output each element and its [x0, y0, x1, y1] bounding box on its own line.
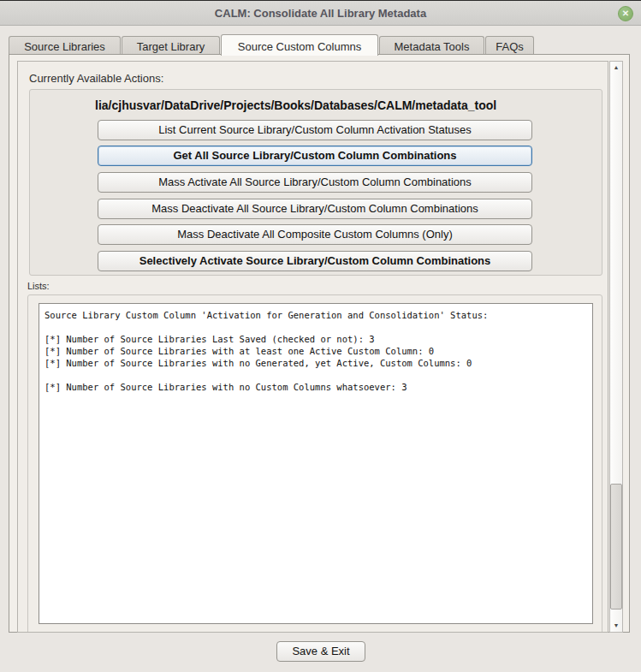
- tab-faqs[interactable]: FAQs: [485, 36, 534, 55]
- scrollbar-thumb[interactable]: [610, 484, 622, 610]
- actions-frame-label: Currently Available Actions:: [29, 72, 163, 85]
- tab-bar: Source Libraries Target Library Source C…: [9, 34, 632, 55]
- down-arrow-icon: ▼: [614, 622, 620, 628]
- close-icon: ✕: [622, 9, 629, 18]
- notebook-page: Currently Available Actions: lia/cjhusva…: [9, 54, 630, 633]
- tab-source-libraries[interactable]: Source Libraries: [9, 36, 121, 55]
- get-all-combinations-button[interactable]: Get All Source Library/Custom Column Com…: [98, 146, 532, 166]
- lists-frame: Source Library Custom Column 'Activation…: [27, 294, 602, 633]
- mass-deactivate-combinations-button[interactable]: Mass Deactivate All Source Library/Custo…: [98, 199, 532, 219]
- vertical-scrollbar[interactable]: ▲ ▼: [609, 61, 623, 633]
- scroll-up-button[interactable]: ▲: [610, 62, 622, 74]
- tab-source-custom-columns[interactable]: Source Custom Columns: [221, 34, 378, 56]
- mass-activate-combinations-button[interactable]: Mass Activate All Source Library/Custom …: [98, 172, 532, 193]
- lists-output-textview[interactable]: Source Library Custom Column 'Activation…: [39, 303, 593, 624]
- mass-deactivate-composite-button[interactable]: Mass Deactivate All Composite Custom Col…: [98, 224, 532, 245]
- content-viewport: Currently Available Actions: lia/cjhusva…: [17, 61, 608, 633]
- list-activation-statuses-button[interactable]: List Current Source Library/Custom Colum…: [98, 120, 532, 140]
- lists-frame-label: Lists:: [27, 281, 50, 291]
- up-arrow-icon: ▲: [614, 64, 620, 70]
- tab-metadata-tools[interactable]: Metadata Tools: [379, 36, 484, 55]
- library-path-label: lia/cjhusvar/DataDrive/Projects/Books/Da…: [95, 97, 537, 115]
- tab-target-library[interactable]: Target Library: [122, 36, 220, 55]
- actions-frame: lia/cjhusvar/DataDrive/Projects/Books/Da…: [29, 89, 602, 276]
- scroll-down-button[interactable]: ▼: [610, 620, 622, 632]
- window-title: CALM: Consolidate All Library Metadata: [0, 1, 641, 26]
- selectively-activate-button[interactable]: Selectively Activate Source Library/Cust…: [98, 251, 532, 271]
- save-exit-button[interactable]: Save & Exit: [276, 641, 365, 662]
- window-titlebar: CALM: Consolidate All Library Metadata ✕: [0, 0, 641, 26]
- close-button[interactable]: ✕: [618, 6, 633, 21]
